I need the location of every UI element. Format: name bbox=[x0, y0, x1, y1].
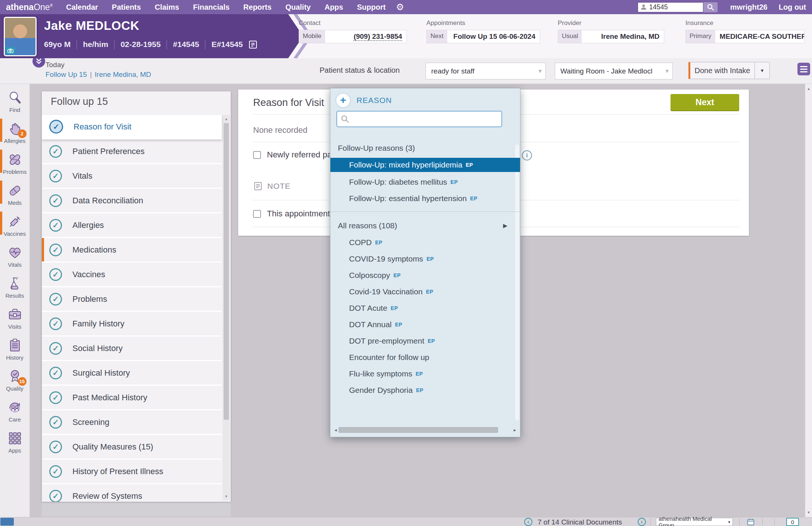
checklist-item-past-medical-history[interactable]: ✓Past Medical History bbox=[42, 386, 222, 410]
bandages-icon bbox=[6, 151, 24, 168]
sidebar-item-meds[interactable]: Meds bbox=[0, 178, 29, 209]
username[interactable]: mwright26 bbox=[730, 3, 768, 12]
reason-option-flu-like-symptoms[interactable]: Flu-like symptomsEP bbox=[330, 367, 516, 381]
usual-provider-value[interactable]: Irene Medina, MD bbox=[582, 30, 664, 43]
sidebar-item-allergies[interactable]: 2 Allergies bbox=[0, 116, 29, 147]
nav-apps[interactable]: Apps bbox=[324, 3, 343, 12]
nav-reports[interactable]: Reports bbox=[243, 3, 272, 12]
provider-link[interactable]: Irene Medina, MD bbox=[95, 71, 151, 79]
checklist-scrollbar[interactable]: ▴ ▾ bbox=[223, 115, 230, 500]
reason-search-box bbox=[336, 111, 502, 127]
organization-select[interactable]: athenahealth Medical Group ▾ bbox=[656, 518, 733, 526]
page-scrollbar[interactable]: ▴ ▾ bbox=[805, 84, 812, 517]
sidebar-item-vaccines[interactable]: Vaccines bbox=[0, 209, 29, 240]
nav-support[interactable]: Support bbox=[357, 3, 386, 12]
reason-option-copd[interactable]: COPDEP bbox=[330, 235, 516, 250]
primary-insurance-value[interactable]: MEDICARE-CA SOUTHERN (... bbox=[715, 30, 804, 43]
encounter-link[interactable]: Follow Up 15 bbox=[46, 71, 87, 79]
next-appt-value[interactable]: Follow Up 15 06-06-2024 bbox=[447, 30, 540, 43]
sidebar-item-quality[interactable]: 15 Quality bbox=[0, 364, 29, 395]
reason-option-diabetes-mellitus[interactable]: Follow-Up: diabetes mellitusEP bbox=[330, 175, 516, 189]
next-button[interactable]: Next bbox=[671, 94, 739, 110]
scroll-down-icon[interactable]: ▾ bbox=[805, 510, 812, 515]
checklist-item-review-of-systems[interactable]: ✓Review of Systems bbox=[42, 484, 222, 502]
checklist-item-family-history[interactable]: ✓Family History bbox=[42, 312, 222, 336]
sidebar-item-find[interactable]: Find bbox=[0, 85, 29, 116]
athenaone-logo[interactable]: athenaOne® bbox=[6, 2, 53, 12]
logout-button[interactable]: Log out bbox=[779, 3, 806, 12]
checklist-item-surgical-history[interactable]: ✓Surgical History bbox=[42, 361, 222, 386]
previous-document-button[interactable]: ‹ bbox=[524, 518, 532, 526]
reason-option-dot-annual[interactable]: DOT AnnualEP bbox=[330, 317, 516, 332]
calendar-button[interactable] bbox=[746, 517, 756, 526]
note-icon[interactable] bbox=[249, 40, 257, 49]
status-select[interactable]: ready for staff ▾ bbox=[426, 63, 546, 79]
scroll-up-icon[interactable]: ▴ bbox=[805, 86, 812, 91]
sidebar-item-apps[interactable]: Apps bbox=[0, 426, 29, 457]
sidebar-item-visits[interactable]: Visits bbox=[0, 302, 29, 333]
camera-icon[interactable] bbox=[6, 47, 15, 54]
reason-option-gender-dysphoria[interactable]: Gender DysphoriaEP bbox=[330, 383, 516, 397]
scroll-up-icon[interactable]: ▴ bbox=[223, 116, 230, 121]
checklist-item-history-of-present-illness[interactable]: ✓History of Present Illness bbox=[42, 460, 222, 484]
scroll-down-icon[interactable]: ▾ bbox=[223, 494, 230, 499]
reason-option-encounter-for-follow-up[interactable]: Encounter for follow up bbox=[330, 350, 516, 364]
reason-option-essential-hypertension[interactable]: Follow-Up: essential hypertensionEP bbox=[330, 191, 516, 206]
checklist-item-vaccines[interactable]: ✓Vaccines bbox=[42, 263, 222, 287]
checklist-title: Follow up 15 bbox=[51, 96, 108, 107]
checklist-item-patient-preferences[interactable]: ✓Patient Preferences bbox=[42, 140, 222, 164]
sidebar-item-history[interactable]: History bbox=[0, 333, 29, 364]
gear-icon[interactable]: ⚙ bbox=[396, 2, 404, 12]
reason-option-covid19-symptoms[interactable]: COVID-19 symptomsEP bbox=[330, 252, 516, 266]
sidebar-item-results[interactable]: Results bbox=[0, 271, 29, 302]
search-button[interactable] bbox=[703, 2, 718, 12]
checklist-item-social-history[interactable]: ✓Social History bbox=[42, 336, 222, 361]
this-appointment-checkbox[interactable] bbox=[253, 210, 261, 218]
scroll-right-icon[interactable]: ▸ bbox=[512, 427, 518, 433]
newly-referred-checkbox[interactable] bbox=[253, 151, 261, 159]
next-document-button[interactable]: › bbox=[638, 518, 646, 526]
checklist-item-vitals[interactable]: ✓Vitals bbox=[42, 164, 222, 189]
done-with-intake-dropdown[interactable]: ▾ bbox=[755, 62, 769, 79]
all-reasons-header[interactable]: All reasons (108) ▶ bbox=[330, 219, 515, 232]
nav-quality[interactable]: Quality bbox=[285, 3, 311, 12]
nav-patients[interactable]: Patients bbox=[112, 3, 141, 12]
checklist-item-problems[interactable]: ✓Problems bbox=[42, 287, 222, 312]
counter-badge[interactable]: 0 bbox=[786, 518, 799, 526]
encounter-menu-button[interactable] bbox=[797, 63, 810, 75]
reason-option-colposcopy[interactable]: ColposcopyEP bbox=[330, 268, 516, 282]
search-icon bbox=[341, 115, 349, 123]
checklist-item-allergies[interactable]: ✓Allergies bbox=[42, 213, 222, 238]
dropdown-horizontal-scrollbar[interactable]: ◂ ▸ bbox=[333, 426, 518, 433]
done-with-intake-button[interactable]: Done with Intake ▾ bbox=[688, 62, 770, 79]
nav-financials[interactable]: Financials bbox=[193, 3, 230, 12]
sidebar-item-vitals[interactable]: Vitals bbox=[0, 240, 29, 271]
note-row[interactable]: NOTE bbox=[253, 181, 290, 191]
mobile-value[interactable]: (909) 231-9854 bbox=[325, 30, 407, 43]
scrollbar-thumb[interactable] bbox=[339, 427, 498, 433]
reason-option-dot-pre-employment[interactable]: DOT pre-employmentEP bbox=[330, 334, 516, 348]
nav-claims[interactable]: Claims bbox=[155, 3, 179, 12]
add-reason-button[interactable]: + REASON bbox=[336, 94, 392, 107]
info-icon[interactable]: i bbox=[522, 150, 532, 160]
reason-option-mixed-hyperlipidemia[interactable]: Follow-Up: mixed hyperlipidemiaEP bbox=[330, 158, 520, 172]
checklist-item-data-reconciliation[interactable]: ✓Data Reconciliation bbox=[42, 189, 222, 213]
checklist-item-screening[interactable]: ✓Screening bbox=[42, 410, 222, 435]
patient-name[interactable]: Jake MEDLOCK bbox=[44, 19, 139, 33]
patient-search-input[interactable] bbox=[649, 3, 694, 11]
bottom-left-accent[interactable] bbox=[0, 518, 14, 526]
nav-calendar[interactable]: Calendar bbox=[66, 3, 98, 12]
sidebar-item-problems[interactable]: Problems bbox=[0, 147, 29, 178]
sidebar-item-care[interactable]: Care bbox=[0, 395, 29, 426]
checklist-item-quality-measures[interactable]: ✓Quality Measures (15) bbox=[42, 435, 222, 460]
checklist-item-medications[interactable]: ✓Medications bbox=[42, 238, 222, 263]
reason-option-dot-acute[interactable]: DOT AcuteEP bbox=[330, 301, 516, 315]
reason-option-covid19-vaccination[interactable]: Covid-19 VaccinationEP bbox=[330, 285, 516, 299]
scroll-left-icon[interactable]: ◂ bbox=[333, 427, 339, 433]
location-select[interactable]: Waiting Room - Jake Medlocl ▾ bbox=[555, 63, 673, 79]
scrollbar-thumb[interactable] bbox=[224, 123, 229, 420]
reason-search-input[interactable] bbox=[352, 112, 501, 126]
patient-photo[interactable] bbox=[4, 17, 37, 56]
checklist-item-reason-for-visit[interactable]: ✓Reason for Visit bbox=[42, 115, 222, 140]
check-circle-icon: ✓ bbox=[49, 244, 62, 256]
